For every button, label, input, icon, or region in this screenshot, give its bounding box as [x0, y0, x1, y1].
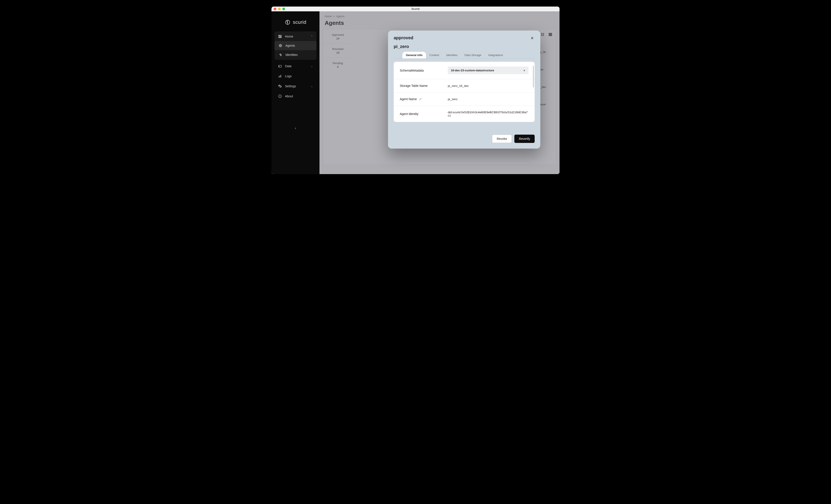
brand-name: scurid	[293, 20, 306, 25]
select-value: 16-dec-23-custom-datastructure	[451, 69, 494, 72]
field-label: Storage Table Name	[400, 84, 443, 88]
svg-rect-5	[280, 36, 282, 38]
reverify-button[interactable]: Reverify	[514, 135, 535, 143]
sidebar-item-identities[interactable]: Identities	[275, 50, 316, 59]
chevron-up-icon: ⌃	[311, 35, 313, 38]
sidebar-item-logs[interactable]: Logs	[275, 71, 316, 81]
scurid-logo-icon	[285, 19, 291, 25]
svg-rect-10	[280, 76, 280, 78]
field-value: pi_zero_16_dec	[448, 84, 528, 88]
svg-rect-11	[281, 75, 281, 78]
sidebar-item-data[interactable]: Data ⌄	[275, 61, 316, 71]
titlebar: Scurid	[271, 6, 560, 11]
window-title: Scurid	[271, 7, 560, 10]
field-label: Agent Identity	[400, 112, 443, 116]
chevron-down-icon: ⌄	[311, 65, 313, 68]
sidebar-label-logs: Logs	[285, 75, 291, 78]
field-schema-metadata: SchemaMetadata 16-dec-23-custom-datastru…	[394, 62, 535, 79]
sidebar-item-home[interactable]: Home ⌃	[275, 32, 316, 41]
chevron-down-icon: ⌄	[311, 85, 313, 88]
modal-title: pi_zero	[394, 44, 535, 49]
field-value: did:scurid:0x52B10A3c4e60E9eBCB81f70cbc5…	[448, 111, 528, 117]
svg-rect-3	[279, 35, 280, 36]
sidebar-label-agents: Agents	[285, 44, 295, 47]
chart-icon	[278, 74, 282, 78]
info-icon	[278, 94, 282, 98]
sidebar-label-identities: Identities	[285, 53, 298, 57]
sidebar-item-settings[interactable]: Settings ⌄	[275, 81, 316, 91]
svg-rect-6	[279, 37, 280, 38]
chevron-down-icon: ▼	[523, 69, 525, 72]
edit-icon[interactable]	[419, 97, 422, 100]
sidebar-label-about: About	[285, 94, 293, 98]
field-label: Agent Name	[400, 97, 417, 101]
schema-metadata-select[interactable]: 16-dec-23-custom-datastructure ▼	[448, 66, 528, 74]
sidebar-item-agents[interactable]: Agents	[275, 41, 316, 50]
field-value: pi_zero	[448, 97, 528, 101]
brand-logo: scurid	[271, 15, 319, 31]
modal-status: approved	[394, 35, 413, 40]
collapse-sidebar-button[interactable]: ‹	[271, 121, 319, 135]
field-storage-table: Storage Table Name pi_zero_16_dec	[394, 79, 535, 92]
sidebar-item-about[interactable]: About	[275, 91, 316, 101]
modal-actions: Revoke Reverify	[394, 135, 535, 143]
modal-tabs: General info Context Identities Data Sto…	[394, 52, 535, 59]
tab-context[interactable]: Context	[426, 52, 443, 58]
dashboard-icon	[278, 34, 282, 38]
field-label: SchemaMetadata	[400, 69, 443, 72]
tab-integrations[interactable]: Integrations	[485, 52, 507, 58]
modal-panel: SchemaMetadata 16-dec-23-custom-datastru…	[394, 62, 535, 122]
storage-icon	[278, 64, 282, 68]
sidebar: scurid Home ⌃	[271, 11, 319, 174]
chip-icon	[279, 43, 282, 48]
tab-identities[interactable]: Identities	[443, 52, 461, 58]
tab-general-info[interactable]: General info	[402, 52, 426, 58]
svg-rect-9	[279, 76, 279, 78]
gear-icon	[278, 84, 282, 88]
revoke-button[interactable]: Revoke	[492, 135, 512, 143]
close-icon[interactable]: ✕	[529, 35, 535, 41]
svg-rect-4	[280, 35, 282, 36]
field-agent-name: Agent Name pi_zero	[394, 92, 535, 106]
tab-data-storage[interactable]: Data Storage	[461, 52, 485, 58]
sidebar-label-data: Data	[285, 64, 291, 68]
agent-detail-modal: approved ✕ pi_zero General info Context …	[388, 31, 540, 149]
sidebar-label-settings: Settings	[285, 84, 296, 88]
svg-point-8	[279, 66, 279, 66]
nav-group-home: Home ⌃ Agents Identities	[275, 31, 316, 60]
app-window: Scurid scurid	[271, 6, 560, 174]
sidebar-label-home: Home	[285, 35, 293, 38]
field-agent-identity: Agent Identity did:scurid:0x52B10A3c4e60…	[394, 106, 535, 122]
fingerprint-icon	[279, 53, 282, 57]
main-content: Home > Agents Agents Approved 24 Revoked…	[319, 11, 560, 174]
chevron-left-icon: ‹	[295, 126, 296, 130]
